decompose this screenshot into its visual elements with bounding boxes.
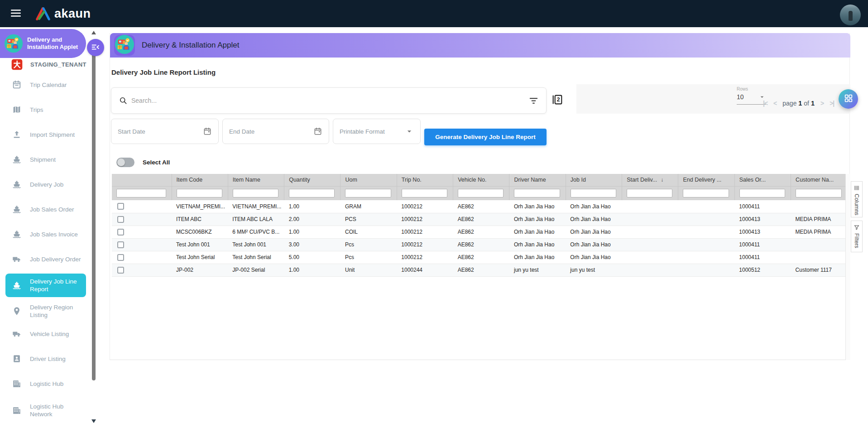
column-header-trip-no[interactable]: Trip No. [397, 174, 453, 186]
column-header-item-code[interactable]: Item Code [172, 174, 228, 186]
column-header-quantity[interactable]: Quantity [284, 174, 340, 186]
column-header-customer-na[interactable]: Customer Na... [791, 174, 847, 186]
sidebar-item-delivery-region-listing[interactable]: Delivery Region Listing [5, 299, 86, 323]
cell-vehicle-no: AE862 [453, 251, 509, 264]
sidebar-collapse-button[interactable] [87, 39, 104, 56]
hamburger-menu-icon[interactable] [8, 6, 24, 21]
select-all-toggle[interactable] [116, 158, 134, 167]
column-header-start-deliv[interactable]: Start Deliv...↓ [622, 174, 678, 186]
column-header-item-name[interactable]: Item Name [228, 174, 284, 186]
map-icon [12, 105, 22, 115]
sidebar-item-job-delivery-order[interactable]: Job Delivery Order [5, 247, 86, 271]
end-date-field[interactable]: End Date [222, 119, 329, 144]
column-header-checkbox[interactable] [112, 174, 172, 186]
search-input[interactable] [131, 97, 528, 104]
filters-panel-tab[interactable]: Filters [851, 221, 863, 252]
column-filter-input-customer-na[interactable] [796, 189, 842, 197]
cell-driver-name: Orh Jian Jia Hao [509, 226, 566, 238]
row-checkbox[interactable] [117, 267, 124, 274]
column-filter-input-sales-or[interactable] [739, 189, 785, 197]
select-all-row: Select All [116, 158, 170, 167]
last-page-button[interactable]: >| [830, 100, 834, 107]
column-header-uom[interactable]: Uom [340, 174, 397, 186]
cell-driver-name: Orh Jian Jia Hao [509, 251, 566, 264]
cell-trip-no: 1000212 [397, 226, 453, 238]
column-filter-input-job-id[interactable] [571, 189, 616, 197]
sidebar-item-logistic-hub-network[interactable]: Logistic Hub Network [5, 399, 86, 422]
filters-tab-label: Filters [854, 233, 860, 248]
row-checkbox[interactable] [117, 254, 124, 261]
column-filter-input-uom[interactable] [345, 189, 391, 197]
sidebar-item-delivery-job-line-report[interactable]: Delivery Job Line Report [5, 274, 86, 297]
column-header-sales-or[interactable]: Sales Or... [734, 174, 791, 186]
sidebar-item-vehicle-listing[interactable]: Vehicle Listing [5, 322, 86, 346]
columns-panel-tab[interactable]: Columns [851, 181, 863, 217]
filter-list-icon[interactable] [528, 96, 539, 106]
rows-per-page-select[interactable]: 10 [737, 93, 766, 105]
sidebar-item-job-sales-invoice[interactable]: Job Sales Invoice [5, 222, 86, 246]
current-page: 1 [798, 100, 802, 107]
row-checkbox[interactable] [117, 241, 124, 248]
funnel-icon [854, 224, 860, 231]
previous-page-button[interactable]: < [773, 100, 777, 107]
row-checkbox[interactable] [117, 229, 124, 236]
sidebar-item-delivery-job[interactable]: Delivery Job [5, 173, 86, 196]
column-header-end-delivery[interactable]: End Delivery ... [678, 174, 734, 186]
view-switch-button[interactable] [839, 89, 858, 109]
cell-sales-or: 1000413 [734, 213, 791, 226]
columns-tab-label: Columns [854, 194, 860, 215]
generate-report-button[interactable]: Generate Delivery Job Line Report [424, 129, 547, 145]
cell-item-name: Test John 001 [228, 238, 284, 251]
sidebar-item-trip-calendar[interactable]: Trip Calendar [5, 73, 86, 96]
start-date-field[interactable]: Start Date [111, 119, 219, 144]
truck-icon [12, 254, 22, 264]
table-vertical-scrollbar[interactable] [845, 174, 850, 360]
column-header-vehicle-no[interactable]: Vehicle No. [453, 174, 509, 186]
row-checkbox[interactable] [117, 216, 124, 223]
cell-customer-na: Customer 1117 [791, 264, 847, 276]
column-filter-input-vehicle-no[interactable] [458, 189, 504, 197]
column-filter-input-item-code[interactable] [177, 189, 222, 197]
cell-start-deliv [622, 200, 678, 213]
column-filter-input-trip-no[interactable] [402, 189, 447, 197]
column-filter-input-driver-name[interactable] [514, 189, 560, 197]
sidebar-item-trips[interactable]: Trips [5, 98, 86, 121]
printable-format-select[interactable]: Printable Format [333, 119, 421, 144]
select-all-label: Select All [143, 159, 170, 166]
column-header-job-id[interactable]: Job Id [566, 174, 622, 186]
column-filter-input-end-delivery[interactable] [683, 189, 729, 197]
column-filter-input-item-name[interactable] [233, 189, 278, 197]
next-page-button[interactable]: > [820, 100, 824, 107]
first-page-button[interactable]: |< [763, 100, 767, 107]
cell-driver-name: Orh Jian Jia Hao [509, 200, 566, 213]
duplicate-page-button[interactable]: 2 [551, 93, 564, 106]
sidebar-item-import-shipment[interactable]: Import Shipment [5, 123, 86, 146]
applet-icon [4, 34, 24, 53]
calendar-icon [203, 127, 212, 136]
row-checkbox[interactable] [117, 203, 124, 210]
brand-name: akaun [54, 7, 91, 21]
sidebar-item-logistic-hub[interactable]: Logistic Hub [5, 372, 86, 395]
scroll-up-icon[interactable] [91, 31, 96, 34]
cell-trip-no: 1000212 [397, 200, 453, 213]
cell-uom: COIL [340, 226, 397, 238]
sidebar-scrollbar-thumb[interactable] [92, 45, 96, 380]
column-filter-input-checkbox[interactable] [116, 189, 166, 197]
sidebar-item-label: Job Sales Invoice [30, 231, 86, 238]
applet-header[interactable]: Delivery and Installation Applet [0, 29, 86, 58]
main-content: Delivery & Installation Applet Delivery … [98, 27, 868, 428]
sidebar-item-driver-listing[interactable]: Driver Listing [5, 347, 86, 370]
column-filter-input-quantity[interactable] [289, 189, 335, 197]
cell-item-name: ITEM ABC LALA [228, 213, 284, 226]
cell-end-delivery [678, 213, 734, 226]
sidebar-item-shipment[interactable]: Shipment [5, 148, 86, 171]
printable-format-label: Printable Format [340, 128, 405, 135]
sidebar-item-job-sales-order[interactable]: Job Sales Order [5, 197, 86, 221]
cell-checkbox [112, 251, 172, 264]
scroll-down-icon[interactable] [91, 419, 96, 423]
user-avatar[interactable] [840, 5, 861, 25]
table-row: VIETNAM_PREMI...VIETNAM_PREMI...1.00GRAM… [112, 200, 847, 213]
column-filter-input-start-deliv[interactable] [627, 189, 672, 197]
cell-customer-na [791, 200, 847, 213]
column-header-driver-name[interactable]: Driver Name [509, 174, 566, 186]
